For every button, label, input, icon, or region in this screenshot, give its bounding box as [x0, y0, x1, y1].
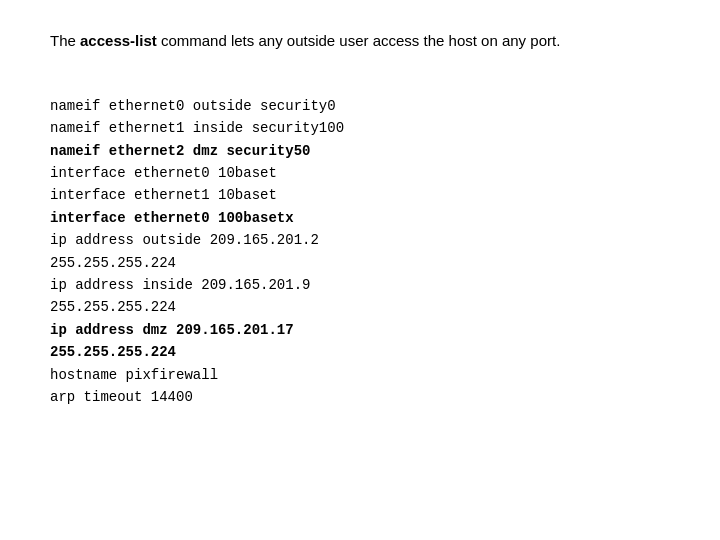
- code-line-12: hostname pixfirewall: [50, 364, 670, 386]
- code-line-5: interface ethernet0 100basetx: [50, 207, 670, 229]
- code-line-13: arp timeout 14400: [50, 386, 670, 408]
- code-line-1: nameif ethernet1 inside security100: [50, 117, 670, 139]
- intro-paragraph: The access-list command lets any outside…: [50, 30, 670, 53]
- code-line-2: nameif ethernet2 dmz security50: [50, 140, 670, 162]
- code-line-11: 255.255.255.224: [50, 341, 670, 363]
- intro-prefix: The: [50, 32, 80, 49]
- intro-bold-term: access-list: [80, 32, 157, 49]
- code-line-4: interface ethernet1 10baset: [50, 184, 670, 206]
- intro-suffix: command lets any outside user access the…: [157, 32, 561, 49]
- code-line-9: 255.255.255.224: [50, 296, 670, 318]
- code-block: nameif ethernet0 outside security0nameif…: [50, 73, 670, 409]
- code-line-8: ip address inside 209.165.201.9: [50, 274, 670, 296]
- code-line-10: ip address dmz 209.165.201.17: [50, 319, 670, 341]
- code-line-3: interface ethernet0 10baset: [50, 162, 670, 184]
- code-line-6: ip address outside 209.165.201.2: [50, 229, 670, 251]
- code-line-0: nameif ethernet0 outside security0: [50, 95, 670, 117]
- code-line-7: 255.255.255.224: [50, 252, 670, 274]
